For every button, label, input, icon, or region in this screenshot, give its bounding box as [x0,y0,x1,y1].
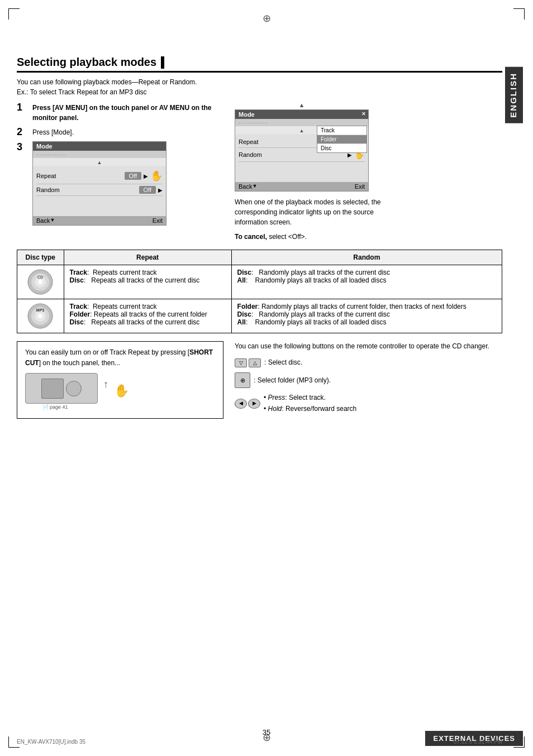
table-header-disc-type: Disc type [17,250,64,265]
disc-type-mp3: MP3 [17,299,64,333]
right-column: ▲ Mode ✕ ---------- ▲ Repeat Off [235,102,502,242]
options-panel: Track Folder Disc [317,126,367,153]
device-mockup: 📄 page 41 [25,373,98,404]
option-disc[interactable]: Disc [317,144,367,152]
disc-type-cd: CD [17,265,64,299]
mode-screen-left-dots: ---------- [33,151,166,158]
remote-row-updown: ▽ △ : Select disc. [235,357,502,368]
mode-screen-left-footer: Back ▼ Exit [33,216,166,225]
cd-random-cell: Disc: Randomly plays all tracks of the c… [231,265,502,299]
repeat-value: Off [125,172,141,180]
random-arrow: ▶ [158,187,163,193]
note-box: You can easily turn on or off Track Repe… [17,341,223,419]
corner-mark-tr [513,8,525,20]
device-screen [41,379,64,399]
step-2: 2 Press [Mode]. [17,126,223,138]
corner-mark-tl [8,8,20,20]
hand-cursor-repeat: ✋ [150,170,163,182]
step-3-content: Mode ---------- ▲ Repeat Off ▶ [32,141,166,231]
cancel-text: To cancel, select <Off>. [235,232,502,242]
step-1: 1 Press [AV MENU] on the touch panel or … [17,102,223,123]
mode-screen-left-body: Repeat Off ▶ ✋ Random Off [33,166,166,216]
random-value: Off [139,186,156,194]
mode-row-repeat: Repeat Off ▶ ✋ [36,168,163,184]
mode-row-random: Random Off ▶ [36,184,163,196]
down-btn[interactable]: ▽ [235,358,247,367]
remote-row-track: ◀ ▶ • Press: Select track. • Hold: Rever… [235,393,502,414]
svg-text:MP3: MP3 [36,308,45,312]
disc-table: Disc type Repeat Random [17,250,502,333]
table-header-random: Random [231,250,502,265]
mp3-repeat-cell: Track: Repeats current track Folder: Rep… [64,299,231,333]
cd-icon: CD [27,269,54,295]
hand-icon-note: ✋ [114,381,129,400]
table-row-mp3: MP3 Track: Repeats current track Folder:… [17,299,502,333]
close-x[interactable]: ✕ [361,111,366,117]
step-2-text: Press [Mode]. [32,126,74,137]
table-header-repeat: Repeat [64,250,231,265]
title-bar [161,56,164,69]
mode-screen-right-footer: Back ▼ Exit [235,182,368,191]
repeat-arrow[interactable]: ▶ [144,173,148,179]
left-column: 1 Press [AV MENU] on the touch panel or … [17,102,223,242]
mode-screen-right-wrapper: ▲ Mode ✕ ---------- ▲ Repeat Off [235,102,369,192]
step-1-num: 1 [17,102,28,113]
step-1-text: Press [AV MENU] on the touch panel or AV… [32,102,223,123]
track-btns: ◀ ▶ [235,399,260,409]
arrow-line: ↑ [103,376,108,393]
remote-row-folder: ⊕ : Select folder (MP3 only). [235,372,502,388]
mp3-icon: MP3 [27,303,54,329]
option-track[interactable]: Track [317,126,367,135]
crosshair-top: ⊕ [263,12,271,25]
mode-screen-right: Mode ✕ ---------- ▲ Repeat Off ▶ [235,109,369,192]
option-folder[interactable]: Folder [317,135,367,144]
step-2-num: 2 [17,126,28,138]
two-col-layout: 1 Press [AV MENU] on the touch panel or … [17,102,502,242]
note-box-content: 📄 page 41 ↑ ✋ [25,373,215,404]
track-prev-btn[interactable]: ◀ [235,399,247,409]
remote-section: You can use the following buttons on the… [235,341,502,419]
step-3: 3 Mode ---------- ▲ Repeat [17,141,223,231]
table-row-cd: CD Track: Repeats current track Disc: Re… [17,265,502,299]
mode-screen-left-header: Mode [33,142,166,151]
mode-screen-left: Mode ---------- ▲ Repeat Off ▶ [32,141,166,226]
intro-text: You can use following playback modes—Rep… [17,77,229,97]
arrow-above: ▲ [235,102,369,108]
svg-point-8 [38,314,42,318]
mp3-random-cell: Folder: Randomly plays all tracks of cur… [231,299,502,333]
cd-repeat-cell: Track: Repeats current track Disc: Repea… [64,265,231,299]
mode-screen-right-header: Mode ✕ [235,110,368,119]
footer-left: EN_KW-AVX710[U].indb 35 [17,739,85,745]
folder-btn[interactable]: ⊕ [235,372,250,388]
footer-right: 07.12.6 3:31:44 PM [454,739,502,745]
updown-btns: ▽ △ [235,358,261,367]
bottom-section: You can easily turn on or off Track Repe… [17,341,502,419]
track-next-btn[interactable]: ▶ [248,399,260,409]
page-number: 35 [263,728,270,736]
main-content: Selecting playback modes You can use fol… [17,56,502,722]
up-btn[interactable]: △ [249,358,261,367]
english-sidebar: ENGLISH [505,67,523,123]
after-text: When one of the playback modes is select… [235,197,391,227]
step-3-num: 3 [17,141,28,153]
svg-point-3 [38,280,42,284]
device-knob [66,381,82,396]
svg-text:CD: CD [37,275,43,279]
section-title: Selecting playback modes [17,56,502,73]
